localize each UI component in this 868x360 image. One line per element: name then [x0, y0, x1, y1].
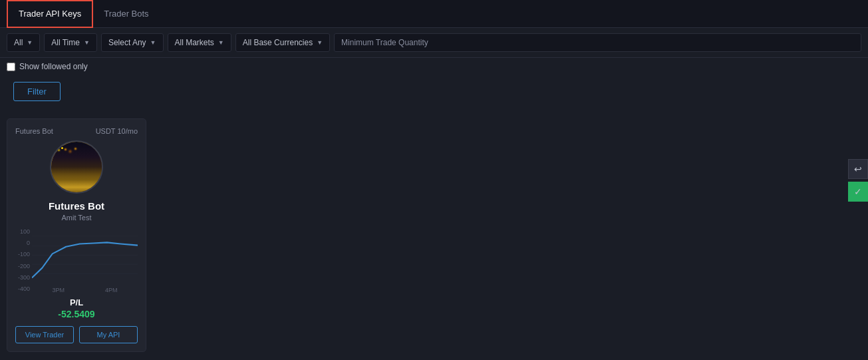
tab-trader-bots[interactable]: Trader Bots: [93, 0, 159, 28]
sidebar-btn-2[interactable]: ✓: [848, 182, 868, 202]
filter-select-any-dropdown[interactable]: Select Any ▼: [101, 33, 164, 52]
filter-button-row: Filter: [0, 75, 868, 112]
bot-pl-label: P/L: [70, 297, 83, 307]
chevron-down-icon: ▼: [218, 39, 224, 46]
chart-y-label: 0: [15, 240, 30, 246]
show-followed-label: Show followed only: [19, 62, 88, 71]
filter-button[interactable]: Filter: [13, 82, 61, 101]
filter-bar: All ▼ All Time ▼ Select Any ▼ All Market…: [0, 28, 868, 58]
bot-title: Futures Bot: [49, 200, 104, 212]
top-nav: Trader API Keys Trader Bots: [0, 0, 868, 28]
show-followed-checkbox[interactable]: [7, 63, 15, 71]
sidebar-btn-1[interactable]: ↩: [848, 159, 868, 179]
chart-y-labels: 100 0 -100 -200 -300 -400: [15, 227, 30, 293]
bot-avatar: [50, 140, 103, 194]
chevron-down-icon: ▼: [150, 39, 156, 46]
filter-markets-dropdown[interactable]: All Markets ▼: [168, 33, 231, 52]
chevron-down-icon: ▼: [27, 39, 33, 46]
show-followed-row: Show followed only: [0, 58, 868, 75]
chevron-down-icon: ▼: [317, 39, 323, 46]
bot-card: Futures Bot USDT 10/mo Futures Bot Amit …: [7, 118, 146, 352]
bot-avatar-image: [51, 142, 102, 192]
chart-y-label: 100: [15, 228, 30, 235]
bot-card-header: Futures Bot USDT 10/mo: [15, 127, 138, 135]
bot-pl-value: -52.5409: [58, 309, 94, 319]
filter-time-dropdown[interactable]: All Time ▼: [44, 33, 97, 52]
chart-y-label: -400: [15, 285, 30, 292]
chart-x-labels: 3PM 4PM: [32, 287, 138, 293]
bot-name-small: Futures Bot: [15, 127, 53, 135]
bot-author: Amit Test: [61, 214, 91, 222]
filter-currencies-dropdown[interactable]: All Base Currencies ▼: [235, 33, 330, 52]
view-trader-button[interactable]: View Trader: [15, 326, 74, 343]
bot-actions: View Trader My API: [15, 326, 138, 343]
chart-x-label-4pm: 4PM: [105, 287, 118, 293]
chart-y-label: -200: [15, 263, 30, 270]
chart-x-label-3pm: 3PM: [52, 287, 65, 293]
my-api-button[interactable]: My API: [79, 326, 138, 343]
bot-chart: 100 0 -100 -200 -300 -400: [15, 227, 138, 293]
check-icon: ✓: [854, 186, 862, 197]
chart-svg-container: [32, 227, 138, 283]
tab-trader-api-keys[interactable]: Trader API Keys: [7, 0, 93, 28]
right-sidebar: ↩ ✓: [848, 159, 868, 202]
minimum-trade-quantity-input[interactable]: Minimum Trade Quantity: [334, 33, 861, 52]
filter-all-dropdown[interactable]: All ▼: [7, 33, 40, 52]
bot-price: USDT 10/mo: [96, 127, 138, 135]
chart-y-label: -100: [15, 251, 30, 258]
return-icon: ↩: [854, 164, 862, 174]
chevron-down-icon: ▼: [84, 39, 90, 46]
main-content: Futures Bot USDT 10/mo Futures Bot Amit …: [0, 112, 868, 359]
chart-y-label: -300: [15, 274, 30, 281]
